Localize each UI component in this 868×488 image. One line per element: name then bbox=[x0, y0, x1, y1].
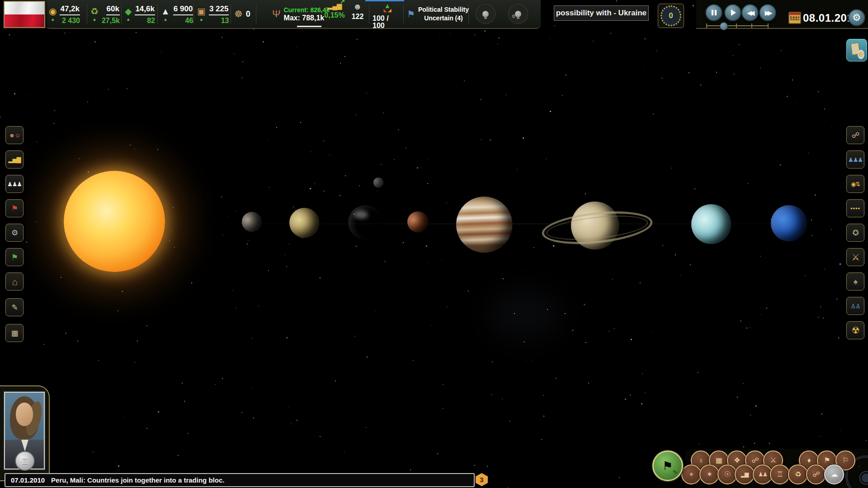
slider-knob[interactable] bbox=[720, 22, 728, 30]
divider bbox=[157, 4, 158, 24]
resource-money: ◉▲ 47,2k2 430 bbox=[49, 2, 80, 26]
growth-block: ▂▄▆↗ 0,15% bbox=[323, 2, 346, 19]
mapmode-weather-button[interactable]: ☁ bbox=[824, 465, 844, 484]
sidebar-organizations-button[interactable]: ♟♟♟ bbox=[846, 150, 864, 169]
sidebar-intelligence-button[interactable]: ♠ bbox=[846, 272, 864, 291]
sidebar-laws-button[interactable]: ✎ bbox=[5, 298, 24, 316]
missions-button[interactable]: ★ bbox=[846, 39, 867, 61]
building-icon: ♖ bbox=[777, 471, 783, 478]
speed-down-button[interactable]: ◀◀ bbox=[741, 4, 759, 21]
lightbulb-gear-icon: ⚙ bbox=[515, 11, 521, 17]
news-count: 3 bbox=[480, 476, 483, 483]
pause-button[interactable] bbox=[705, 4, 722, 21]
divider bbox=[193, 4, 194, 24]
map-pin-icon: ⌖ bbox=[689, 471, 693, 478]
eye-icon: ◉ bbox=[859, 466, 868, 487]
planet-moon bbox=[373, 178, 383, 188]
trend-up-icon: ▲ bbox=[51, 17, 55, 22]
economy-chart-icon: ▂▅▇ bbox=[9, 157, 21, 163]
idea-gear-button[interactable]: ⚙ bbox=[508, 4, 528, 24]
orbital-plane-line bbox=[190, 224, 841, 224]
people-icon: ♟♟ bbox=[758, 472, 767, 477]
portrait-face bbox=[16, 403, 33, 426]
flag-white-stripe bbox=[5, 2, 44, 14]
divider bbox=[403, 4, 404, 24]
government-building-badge[interactable]: ♖ bbox=[15, 451, 35, 471]
sidebar-focus-button[interactable]: ⚑ bbox=[5, 248, 24, 266]
government-people-icon: ☻☺ bbox=[9, 132, 20, 138]
resource-navy: ☸ 0 bbox=[234, 2, 250, 26]
goods-delta: 13 bbox=[221, 15, 229, 24]
divider bbox=[256, 4, 256, 24]
alert-count-badge: 0 bbox=[660, 5, 681, 26]
handshake2-icon: ☍ bbox=[812, 471, 819, 478]
speed-up-button[interactable]: ▶▶ bbox=[759, 4, 776, 21]
weather-cloud-icon: ☁ bbox=[831, 471, 838, 478]
recycling-delta: 27,5k bbox=[102, 15, 120, 24]
sidebar-economy-button[interactable]: ▂▅▇ bbox=[5, 150, 24, 169]
rank-chevrons-icon: ✶ bbox=[707, 471, 712, 478]
eye-power-icon: ☉ bbox=[724, 471, 730, 478]
soldier-icon: ✪ bbox=[852, 229, 858, 237]
idea-button[interactable] bbox=[476, 4, 495, 24]
speed-slider[interactable] bbox=[706, 23, 769, 28]
play-button[interactable] bbox=[724, 4, 741, 21]
mapmode-military-button[interactable]: ✶ bbox=[699, 465, 719, 484]
trend-up-icon: ▲ bbox=[163, 17, 168, 22]
calendar-money-icon: ▦ bbox=[11, 329, 18, 337]
planet-mars bbox=[407, 211, 428, 232]
map-paint-button[interactable]: ⚑ ✎ bbox=[652, 450, 683, 481]
country-flag-poland[interactable] bbox=[4, 1, 45, 28]
sidebar-nuclear-button[interactable]: ☢ bbox=[846, 321, 864, 339]
mapmode-government-button[interactable]: ♖ bbox=[770, 465, 790, 484]
star-icon: ★ bbox=[858, 50, 864, 59]
minerals-value: 6 900 bbox=[173, 4, 193, 15]
crystal-icon: ◆ bbox=[125, 7, 132, 16]
news-ticker-bar[interactable]: 07.01.2010 Peru, Mali: Countries join to… bbox=[5, 473, 475, 487]
slider-tick bbox=[736, 23, 737, 28]
globe-icon: ♁ bbox=[698, 457, 703, 464]
population-max: Max: 788,1k bbox=[283, 14, 324, 22]
sidebar-elections-button[interactable]: ♙♙ bbox=[846, 297, 864, 315]
chart-up-icon: ▂▄▆↗ bbox=[328, 2, 342, 9]
sidebar-more-button[interactable]: •••• bbox=[846, 199, 864, 217]
sidebar-wars-button[interactable]: ⚔ bbox=[846, 248, 864, 266]
notification-text: ar possibility with - Ukraine bbox=[554, 9, 648, 18]
mapmode-turns-button[interactable]: ♻ bbox=[788, 465, 808, 484]
recycle-icon: ♻ bbox=[90, 7, 99, 16]
bank-building-icon: ♖ bbox=[21, 456, 28, 466]
alert-badge-frame[interactable]: 0 bbox=[658, 4, 684, 28]
mapmode-alliances-button[interactable]: ☍ bbox=[806, 465, 826, 484]
rewind-icon: ◀◀ bbox=[747, 9, 753, 16]
sidebar-construction-button[interactable]: ⌂ bbox=[5, 272, 24, 291]
sidebar-trade-button[interactable]: ◉⇅ bbox=[846, 175, 864, 193]
sidebar-government-button[interactable]: ☻☺ bbox=[5, 126, 24, 144]
sidebar-budget-button[interactable]: ▦ bbox=[5, 324, 24, 342]
gear-icon: ⚙ bbox=[853, 12, 861, 23]
notification-ticker[interactable]: ar possibility with - Ukraine bbox=[554, 5, 649, 21]
sidebar-military-button[interactable]: ✪ bbox=[846, 224, 864, 242]
recycling-value: 60k bbox=[106, 4, 120, 15]
sidebar-research-button[interactable]: ⚙ bbox=[5, 224, 24, 242]
manpower-block: ▲ ◣◢ 100 / 100 bbox=[373, 2, 402, 29]
trend-up-icon: ▲ bbox=[126, 17, 131, 22]
mapmode-regions-button[interactable]: ⌖ bbox=[681, 465, 701, 484]
growth-value: 0,15% bbox=[324, 12, 344, 19]
planet-venus bbox=[289, 208, 319, 238]
sidebar-objectives-button[interactable]: ⚑ bbox=[5, 199, 24, 217]
navy-value: 0 bbox=[246, 9, 250, 19]
population-block: Ψ Current: 826,4k Max: 788,1k bbox=[272, 2, 330, 26]
four-dots-icon: •••• bbox=[850, 206, 860, 211]
energy-value: 14,6k bbox=[135, 4, 155, 15]
divider bbox=[231, 4, 231, 24]
resource-energy: ◆▲ 14,6k82 bbox=[125, 2, 155, 26]
news-message: Peru, Mali: Countries join together into… bbox=[51, 476, 224, 484]
resource-goods: ▣▲ 3 22513 bbox=[197, 2, 229, 26]
gear-bulb-icon: ⚙ bbox=[11, 229, 18, 237]
slider-tick bbox=[751, 23, 752, 28]
sidebar-diplomacy-button[interactable]: ☍ bbox=[846, 126, 864, 144]
sidebar-demographics-button[interactable]: ♟♟♟ bbox=[5, 175, 24, 193]
mapmode-statistics-button[interactable]: ▂▆ bbox=[735, 465, 755, 484]
spy-icon: ♠ bbox=[854, 278, 857, 286]
settings-button[interactable]: ⚙ bbox=[848, 9, 865, 26]
